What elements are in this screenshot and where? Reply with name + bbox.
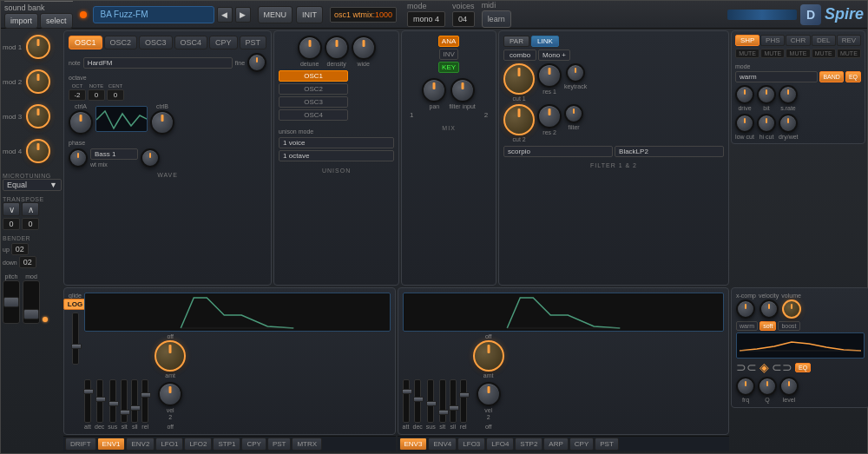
- fx-mode-dropdown[interactable]: warm: [735, 71, 818, 82]
- density-knob[interactable]: [325, 36, 349, 60]
- res2-knob[interactable]: [537, 104, 562, 128]
- env1-vel-knob[interactable]: [158, 382, 182, 406]
- menu-button[interactable]: MENU: [258, 6, 293, 23]
- slt2-fader[interactable]: [439, 379, 446, 423]
- stp1-tab[interactable]: STP1: [213, 438, 240, 451]
- note-mode-dropdown[interactable]: HardFM: [83, 57, 233, 69]
- wtmix-knob[interactable]: [141, 148, 160, 168]
- osc-copy-button[interactable]: CPY: [209, 36, 238, 49]
- bit-knob[interactable]: [757, 85, 776, 104]
- filter-type1-dropdown[interactable]: scorpio: [503, 146, 613, 157]
- band-btn[interactable]: BAND: [819, 71, 843, 82]
- dec-fader[interactable]: [96, 379, 103, 423]
- xcomp-knob[interactable]: [736, 299, 755, 319]
- osc-paste-button[interactable]: PST: [240, 36, 267, 49]
- import-button[interactable]: import: [4, 13, 38, 29]
- drywet-knob[interactable]: [779, 114, 798, 133]
- key-button[interactable]: KEY: [438, 62, 459, 73]
- filter-type2-dropdown[interactable]: BlackLP2: [615, 146, 724, 157]
- lfo3-tab[interactable]: LFO3: [457, 438, 485, 451]
- cpy-right-btn[interactable]: CPY: [569, 438, 594, 451]
- mute-phs[interactable]: MUTE: [760, 49, 785, 58]
- ctrla-knob[interactable]: [69, 110, 93, 135]
- q-knob[interactable]: [758, 377, 777, 396]
- soft-btn[interactable]: soft: [760, 321, 776, 331]
- env2-amt-knob[interactable]: [473, 340, 504, 372]
- phs-tab[interactable]: PHS: [760, 35, 785, 46]
- cut2-knob[interactable]: [503, 104, 535, 135]
- detune-knob[interactable]: [298, 36, 322, 60]
- att2-fader[interactable]: [403, 379, 410, 423]
- mod2-knob[interactable]: [26, 69, 50, 94]
- rel2-fader[interactable]: [460, 379, 467, 423]
- level-knob[interactable]: [779, 377, 799, 396]
- warm2-btn[interactable]: warm: [736, 321, 758, 331]
- learn-button[interactable]: learn: [482, 10, 511, 28]
- mute-shp[interactable]: MUTE: [735, 49, 760, 58]
- drive-knob[interactable]: [735, 85, 754, 104]
- stp2-tab[interactable]: STP2: [515, 438, 542, 451]
- volume-knob[interactable]: [782, 299, 801, 319]
- mod1-knob[interactable]: [26, 35, 50, 59]
- rev-tab[interactable]: REV: [837, 35, 861, 46]
- combo-button[interactable]: combo: [503, 49, 536, 61]
- transpose-up-button[interactable]: ∧: [22, 202, 39, 216]
- rel-fader[interactable]: [141, 379, 148, 423]
- fine-knob[interactable]: [247, 53, 266, 72]
- ana-button[interactable]: ANA: [438, 36, 459, 47]
- inv-button[interactable]: INV: [439, 49, 457, 60]
- env3-tab[interactable]: ENV3: [399, 438, 428, 451]
- mute-rev[interactable]: MUTE: [837, 49, 861, 58]
- env2-tab[interactable]: ENV2: [126, 438, 155, 451]
- mod3-knob[interactable]: [26, 104, 50, 128]
- wave-select[interactable]: Bass 1: [90, 148, 138, 160]
- env1-tab[interactable]: ENV1: [97, 438, 126, 451]
- cpy-left-btn[interactable]: CPY: [241, 438, 266, 451]
- mod-slider[interactable]: [23, 280, 40, 324]
- mono-plus-button[interactable]: Mono +: [538, 49, 570, 61]
- select-button[interactable]: select: [40, 13, 73, 29]
- lfo4-tab[interactable]: LFO4: [486, 438, 514, 451]
- mtrx-btn[interactable]: MTRX: [292, 438, 322, 451]
- chr-tab[interactable]: CHR: [786, 35, 810, 46]
- att-fader[interactable]: [84, 379, 91, 423]
- srate-knob[interactable]: [779, 85, 798, 104]
- env4-tab[interactable]: ENV4: [428, 438, 457, 451]
- init-button[interactable]: INIT: [296, 6, 323, 23]
- mute-chr[interactable]: MUTE: [786, 49, 810, 58]
- res1-knob[interactable]: [537, 63, 562, 88]
- drift-tab[interactable]: DRIFT: [65, 438, 96, 451]
- env2-vel-knob[interactable]: [477, 382, 501, 406]
- mod4-knob[interactable]: [26, 139, 50, 163]
- osc1-tab[interactable]: OSC1: [69, 36, 102, 49]
- shp-tab[interactable]: SHP: [735, 35, 760, 46]
- osc2-tab[interactable]: OSC2: [104, 36, 138, 49]
- pst-left-btn[interactable]: PST: [267, 438, 292, 451]
- frq-knob[interactable]: [736, 377, 755, 396]
- filter-input-knob[interactable]: [450, 78, 475, 102]
- dec2-fader[interactable]: [414, 379, 421, 423]
- lfo2-tab[interactable]: LFO2: [184, 438, 212, 451]
- voice-mode-dropdown[interactable]: 1 voice: [279, 137, 394, 148]
- filter-balance-knob[interactable]: [564, 104, 583, 123]
- osc4-tab[interactable]: OSC4: [174, 36, 208, 49]
- slt-fader[interactable]: [121, 379, 128, 423]
- lowcut-knob[interactable]: [735, 114, 754, 133]
- lfo1-tab[interactable]: LFO1: [155, 438, 183, 451]
- pan-knob[interactable]: [422, 78, 446, 102]
- boost-btn[interactable]: boost: [778, 321, 799, 331]
- mute-del[interactable]: MUTE: [812, 49, 836, 58]
- wide-knob[interactable]: [352, 36, 376, 60]
- octave-mode-dropdown[interactable]: 1 octave: [279, 150, 394, 161]
- del-tab[interactable]: DEL: [812, 35, 836, 46]
- hicut-knob[interactable]: [757, 114, 776, 133]
- phase-knob[interactable]: [69, 148, 88, 168]
- velocity-knob[interactable]: [760, 299, 779, 319]
- eq-btn[interactable]: EQ: [845, 71, 861, 82]
- par-button[interactable]: PAR: [503, 36, 529, 47]
- sll2-fader[interactable]: [450, 379, 457, 423]
- microtuning-dropdown[interactable]: Equal ▼: [3, 179, 62, 191]
- pst-right-btn[interactable]: PST: [595, 438, 619, 451]
- sus-fader[interactable]: [109, 379, 116, 423]
- ctrlb-knob[interactable]: [150, 110, 174, 135]
